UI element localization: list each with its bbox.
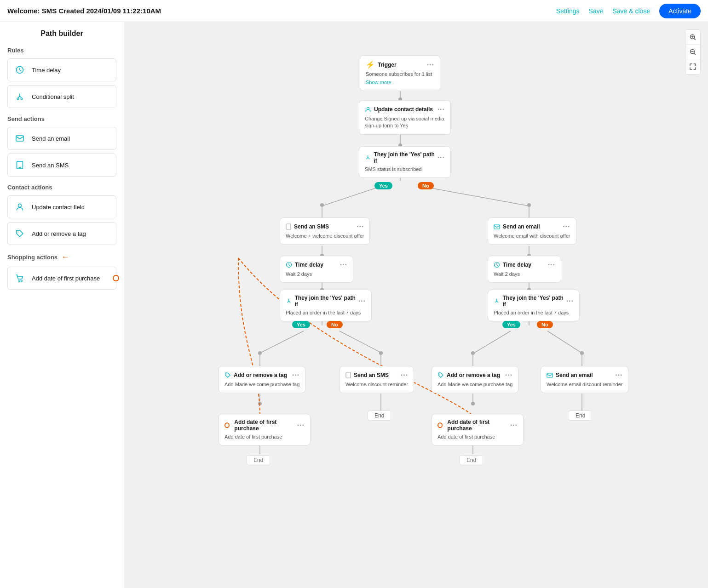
time-delay-left-menu[interactable]: ··· [340,261,347,269]
send-sms-ln-menu[interactable]: ··· [401,371,408,379]
send-sms-yes-menu[interactable]: ··· [357,223,364,231]
send-email-rn-menu[interactable]: ··· [615,371,622,379]
tag-ll-icon [224,372,231,378]
settings-link[interactable]: Settings [556,7,580,15]
zoom-out-icon [690,49,696,55]
conditional-left-menu[interactable]: ··· [358,297,366,305]
add-date-ll-title: Add date of first purchase [234,419,297,432]
svg-point-42 [471,351,475,355]
send-email-rn-subtitle: Welcome email discount reminder [547,381,622,388]
zoom-fit-button[interactable] [685,59,700,74]
conditional-right-menu[interactable]: ··· [566,297,574,305]
sidebar-item-send-email[interactable]: Send an email [7,127,116,150]
send-sms-ln-node: Send an SMS ··· Welcome discount reminde… [340,366,414,393]
send-sms-ln-title: Send an SMS [354,372,389,378]
no-badge-right-text: No [537,321,553,328]
add-tag-rl-title: Add or remove a tag [447,372,500,378]
svg-point-35 [258,351,262,355]
svg-rect-5 [19,167,21,168]
no-badge-left-text: No [327,321,343,328]
svg-rect-59 [494,225,500,229]
svg-point-39 [379,351,383,355]
add-tag-rl-menu[interactable]: ··· [505,371,512,379]
svg-line-16 [423,187,529,206]
send-email-rn-title: Send an email [556,372,593,378]
zoom-in-button[interactable] [685,30,700,45]
sidebar-item-add-date-purchase[interactable]: Add date of first purchase [7,267,116,290]
conditional-left-subtitle: Placed an order in the last 7 days [286,309,366,316]
svg-point-38 [258,402,262,405]
svg-rect-58 [286,224,291,229]
zoom-out-button[interactable] [685,45,700,59]
save-close-link[interactable]: Save & close [612,7,650,15]
yes-badge-1: Yes [374,181,392,189]
send-email-no-menu[interactable]: ··· [563,223,570,231]
time-delay-right-node: Time delay ··· Wait 2 days [488,256,561,283]
header-actions: Settings Save Save & close Activate [556,4,701,18]
zoom-in-icon [690,34,696,40]
conditional-right-subtitle: Placed an order in the last 7 days [494,309,574,316]
update-contact-title: Update contact details [374,106,433,113]
yes-badge-right-text: Yes [502,321,520,328]
email-rn-icon [547,373,553,378]
send-email-label: Send an email [32,135,70,142]
svg-point-7 [18,232,19,233]
send-sms-yes-title: Send an SMS [294,223,329,230]
sidebar-item-add-remove-tag[interactable]: Add or remove a tag [7,222,116,245]
contact-actions-label: Contact actions [7,184,116,191]
sidebar-item-time-delay[interactable]: Time delay [7,58,116,81]
time-delay-label: Time delay [32,67,61,74]
activate-button[interactable]: Activate [659,4,701,18]
add-date-ll-menu[interactable]: ··· [297,421,305,429]
svg-line-33 [474,331,511,353]
conditional-left-node: They join the 'Yes' path if ··· Placed a… [280,290,372,321]
save-link[interactable]: Save [589,7,604,15]
conditional-1-node: They join the 'Yes' path if ··· SMS stat… [359,146,451,178]
conditional-1-title: They join the 'Yes' path if [374,151,437,164]
trigger-menu[interactable]: ··· [427,61,434,69]
svg-point-6 [18,204,22,207]
email-icon [13,132,26,145]
conditional-1-menu[interactable]: ··· [437,154,445,162]
conditional-right-title: They join the 'Yes' path if [503,295,566,308]
svg-point-45 [471,402,475,405]
zoom-controls [685,29,701,74]
yes-badge-left-text: Yes [292,321,310,328]
add-tag-ll-menu[interactable]: ··· [292,371,299,379]
send-sms-ln-subtitle: Welcome discount reminder [345,381,408,388]
end-box-ll: End [247,455,270,465]
split-1-icon [365,154,371,161]
clock-right-icon [494,262,500,268]
yes-badge-left: Yes [292,320,310,328]
add-date-rl-node: Add date of first purchase ··· Add date … [432,414,524,445]
add-tag-rl-subtitle: Add Made welcome purchase tag [437,381,512,388]
add-date-rl-menu[interactable]: ··· [510,421,518,429]
time-delay-right-menu[interactable]: ··· [548,261,555,269]
end-box-sms: End [368,411,391,421]
email-no-icon [494,224,500,229]
sms-yes-icon [286,223,291,230]
tag-rl-icon [437,372,444,378]
time-delay-right-title: Time delay [503,262,531,268]
send-email-no-node: Send an email ··· Welcome email with dis… [488,217,576,245]
add-tag-ll-title: Add or remove a tag [234,372,287,378]
split-right-icon [494,298,500,304]
zoom-fit-icon [690,63,696,70]
canvas-inner: ⚡ Trigger ··· Someone subscribes for 1 l… [124,22,676,574]
clock-left-icon [286,262,292,268]
orange-circle-rl [437,422,443,428]
conditional-right-node: They join the 'Yes' path if ··· Placed a… [488,290,580,321]
yes-badge-text: Yes [374,182,392,189]
canvas[interactable]: ⚡ Trigger ··· Someone subscribes for 1 l… [124,22,708,588]
send-sms-label: Send an SMS [32,162,69,169]
sidebar-item-update-contact[interactable]: Update contact field [7,195,116,218]
trigger-show-more[interactable]: Show more [366,80,391,85]
sidebar-item-conditional-split[interactable]: Conditional split [7,85,116,108]
end-box-rl: End [460,455,483,465]
send-sms-yes-node: Send an SMS ··· Welcome + welcome discou… [280,217,370,245]
sidebar-item-send-sms[interactable]: Send an SMS [7,154,116,177]
yes-badge-right: Yes [502,320,520,328]
conditional-split-label: Conditional split [32,93,74,100]
update-contact-menu[interactable]: ··· [437,105,445,114]
header-title: Welcome: SMS Created 2024/01/09 11:22:10… [7,7,161,15]
